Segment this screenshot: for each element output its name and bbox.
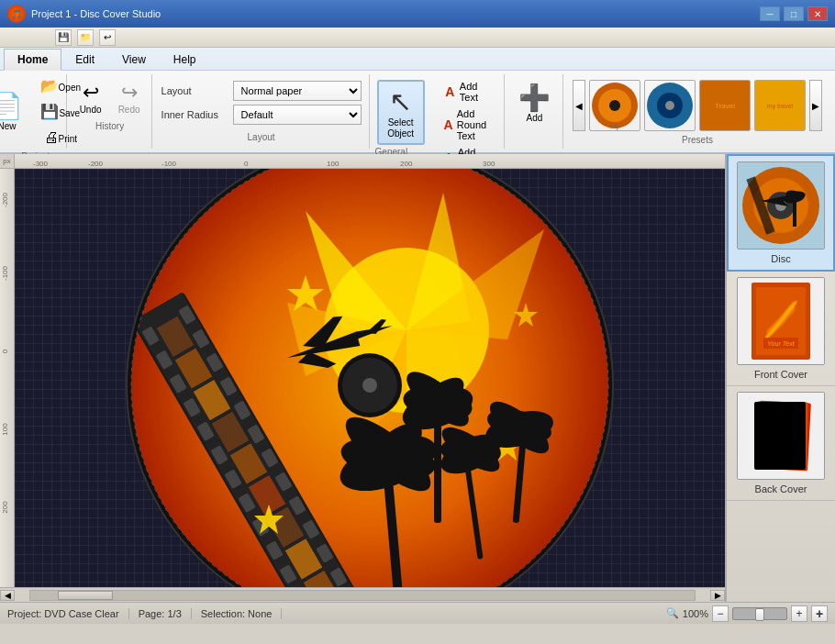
ruler-mark-200: 200	[400, 160, 412, 168]
history-group-label: History	[95, 121, 124, 131]
zoom-icon: 🔍	[666, 607, 679, 619]
ribbon-group-general-tools: A Add Text A Add Round Text A Add Image	[432, 74, 505, 149]
svg-text:-100: -100	[1, 265, 9, 281]
add-text-button[interactable]: A Add Text	[440, 78, 496, 105]
add-round-text-label: Add Round Text	[457, 108, 492, 141]
title-bar: 🎵 Project 1 - Disc Cover Studio ─ □ ✕	[0, 0, 835, 28]
status-project: Project: DVD Case Clear	[7, 608, 129, 619]
svg-text:Your Text: Your Text	[767, 340, 795, 347]
svg-rect-95	[793, 199, 796, 227]
add-icon: ➕	[518, 83, 551, 113]
redo-label: Redo	[118, 105, 140, 115]
presets-label: Presets	[573, 135, 822, 145]
scroll-right-button[interactable]: ▶	[710, 590, 725, 601]
title-bar-title: Project 1 - Disc Cover Studio	[31, 8, 161, 19]
svg-text:my travel: my travel	[767, 103, 794, 110]
add-button[interactable]: ➕ Add	[510, 78, 559, 128]
svg-point-87	[362, 378, 377, 393]
redo-icon: ↪	[121, 81, 138, 105]
tab-view[interactable]: View	[108, 49, 160, 71]
inner-radius-label: Inner Radius	[161, 109, 228, 120]
close-button[interactable]: ✕	[807, 6, 828, 21]
tab-home[interactable]: Home	[4, 49, 61, 71]
status-selection: Selection: None	[192, 608, 283, 619]
svg-point-6	[665, 101, 674, 110]
preset-thumb-1[interactable]: my	[589, 80, 640, 131]
scroll-track[interactable]	[29, 590, 696, 601]
layout-select[interactable]: Normal paper	[233, 81, 362, 101]
inner-radius-row: Inner Radius Default	[161, 105, 362, 125]
select-object-icon: ↖	[389, 85, 412, 117]
inner-radius-select[interactable]: Default	[233, 105, 362, 125]
ruler-corner: px	[0, 154, 15, 169]
panel-item-front-cover[interactable]: Your Text Front Cover	[727, 272, 835, 386]
ruler-mark-0: 0	[244, 160, 248, 168]
back-cover-label: Back Cover	[755, 483, 807, 494]
layout-row: Layout Normal paper	[161, 81, 362, 101]
preset-thumb-2[interactable]	[644, 80, 696, 131]
svg-rect-106	[754, 402, 806, 470]
select-object-container: ↖ SelectObject General Tools	[372, 74, 430, 149]
ruler-mark-n200: -200	[88, 160, 103, 168]
ribbon-group-presets: ◀ my	[565, 74, 829, 149]
add-text-icon: A	[444, 84, 456, 99]
maximize-button[interactable]: □	[784, 6, 804, 21]
add-text-label: Add Text	[460, 81, 492, 103]
ruler-h-marks: -300 -200 -100 0 100 200 300	[15, 154, 17, 168]
title-bar-controls: ─ □ ✕	[760, 6, 828, 21]
title-bar-left: 🎵 Project 1 - Disc Cover Studio	[7, 5, 161, 23]
right-panel: Disc Your Text Front Cover	[725, 154, 835, 602]
zoom-slider[interactable]	[732, 607, 787, 620]
panel-item-disc[interactable]: Disc	[727, 154, 835, 272]
add-round-text-button[interactable]: A Add Round Text	[440, 105, 496, 144]
new-button[interactable]: 📄 New	[0, 89, 30, 136]
ribbon-tabs: Home Edit View Help	[0, 48, 835, 70]
svg-point-2	[609, 100, 620, 111]
main-area: px -300 -200 -100 0 100 200 300 -200 -10…	[0, 154, 835, 602]
ruler-mark-300: 300	[483, 160, 495, 168]
new-label: New	[0, 121, 17, 131]
ribbon-content: 📄 New 📂 Open 💾 Save 🖨 Print	[0, 70, 835, 152]
zoom-in-button[interactable]: +	[791, 605, 807, 622]
svg-text:Travel: Travel	[715, 102, 735, 110]
ruler-corner-unit: px	[0, 154, 14, 168]
quick-access-bar: 💾 📁 ↩	[0, 28, 835, 48]
redo-button[interactable]: ↪ Redo	[111, 78, 148, 117]
minimize-button[interactable]: ─	[760, 6, 780, 21]
tab-edit[interactable]: Edit	[61, 49, 108, 71]
history-buttons: ↩ Undo ↪ Redo	[72, 78, 148, 117]
front-cover-thumb-svg: Your Text	[738, 278, 824, 364]
front-cover-thumbnail: Your Text	[737, 277, 825, 365]
panel-item-back-cover[interactable]: Back Cover	[727, 386, 835, 501]
presets-scroll-right[interactable]: ▶	[809, 80, 822, 131]
quick-undo-button[interactable]: ↩	[99, 29, 116, 46]
canvas-area[interactable]: px -300 -200 -100 0 100 200 300 -200 -10…	[0, 154, 725, 602]
undo-label: Undo	[80, 105, 102, 115]
preset-thumb-4[interactable]: my travel	[754, 80, 806, 131]
presets-scroll-left[interactable]: ◀	[573, 80, 585, 131]
add-page-button[interactable]: +	[811, 605, 828, 622]
app-icon: 🎵	[7, 5, 26, 23]
add-button-container: ➕ Add	[507, 74, 563, 149]
quick-save-button[interactable]: 💾	[55, 29, 72, 46]
layout-label: Layout	[161, 85, 228, 96]
quick-open-button[interactable]: 📁	[77, 29, 94, 46]
svg-text:my: my	[610, 123, 619, 130]
status-page: Page: 1/3	[129, 608, 192, 619]
scroll-thumb[interactable]	[58, 591, 113, 600]
svg-text:100: 100	[1, 423, 9, 436]
undo-button[interactable]: ↩ Undo	[72, 78, 109, 117]
disc-label: Disc	[771, 253, 790, 264]
ribbon-group-project: 📄 New 📂 Open 💾 Save 🖨 Print	[6, 74, 67, 149]
scroll-left-button[interactable]: ◀	[0, 590, 15, 601]
zoom-out-button[interactable]: −	[712, 605, 729, 622]
tab-help[interactable]: Help	[160, 49, 210, 71]
preset-thumb-3[interactable]: Travel	[699, 80, 751, 131]
undo-icon: ↩	[83, 81, 99, 105]
ribbon-group-layout: Layout Normal paper Inner Radius Default…	[154, 74, 370, 149]
ruler-v-svg: -200 -100 0 100 200	[0, 154, 15, 587]
add-label: Add	[527, 113, 543, 123]
select-object-button[interactable]: ↖ SelectObject	[377, 80, 425, 145]
canvas-content	[15, 169, 725, 602]
horizontal-scrollbar[interactable]: ◀ ▶	[0, 587, 725, 602]
